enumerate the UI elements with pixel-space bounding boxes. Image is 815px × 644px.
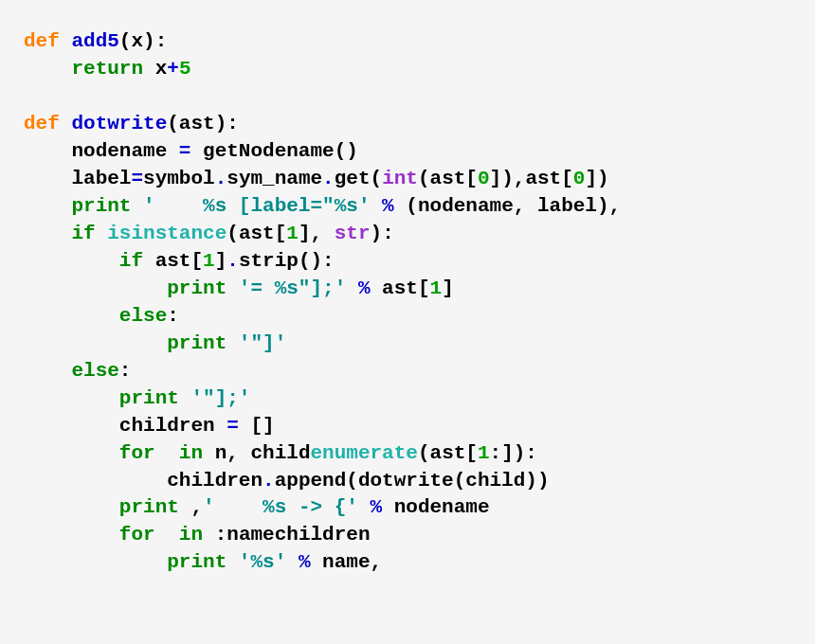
- code-token: 1: [203, 250, 215, 272]
- code-token: ast[: [143, 250, 203, 272]
- code-token: ]),ast[: [490, 168, 573, 189]
- code-token: [155, 524, 179, 546]
- code-token: def: [24, 113, 60, 134]
- code-line: else:: [24, 303, 791, 331]
- code-token: in: [179, 442, 203, 464]
- code-line: for in :namechildren: [24, 522, 791, 549]
- code-token: [286, 551, 299, 573]
- code-token: sym_name: [226, 168, 322, 189]
- code-token: if: [119, 250, 143, 272]
- code-line: for in n, childenumerate(ast[1:]):: [24, 440, 791, 468]
- code-line: children.append(dotwrite(child)): [24, 468, 791, 495]
- code-token: (ast[: [418, 168, 478, 189]
- code-token: %: [299, 551, 311, 573]
- code-token: else: [71, 360, 118, 382]
- code-token: :: [155, 30, 168, 52]
- code-token: print: [71, 195, 131, 217]
- code-token: for: [119, 524, 155, 546]
- code-line: [24, 83, 791, 111]
- code-token: [131, 195, 143, 217]
- code-token: [96, 223, 108, 244]
- code-token: [346, 277, 358, 299]
- code-line: else:: [24, 358, 791, 385]
- code-token: :]):: [490, 442, 537, 464]
- code-token: =: [179, 140, 191, 162]
- code-line: def dotwrite(ast):: [24, 111, 791, 138]
- code-token: [179, 387, 191, 409]
- code-token: 1: [430, 277, 443, 299]
- code-token: for: [119, 442, 155, 464]
- code-token: [358, 496, 371, 518]
- code-token: (nodename, label),: [394, 195, 621, 217]
- code-token: nodename: [382, 496, 489, 518]
- code-token: name,: [311, 551, 383, 573]
- code-token: x: [143, 58, 167, 80]
- code-token: 1: [478, 442, 490, 464]
- code-token: in: [179, 524, 203, 546]
- code-token: :namechildren: [203, 524, 370, 546]
- code-token: nodename: [71, 140, 178, 162]
- code-token: ],: [299, 223, 335, 244]
- code-token: ):: [371, 223, 394, 244]
- code-token: 0: [478, 168, 490, 189]
- code-snippet: def add5(x): return x+5 def dotwrite(ast…: [24, 28, 791, 577]
- code-token: dotwrite: [71, 113, 167, 134]
- code-token: ,: [179, 496, 203, 518]
- code-token: [60, 113, 72, 134]
- code-token: (: [119, 30, 132, 52]
- code-line: print '= %s"];' % ast[1]: [24, 276, 791, 303]
- code-line: print '"]': [24, 331, 791, 358]
- code-token: [226, 551, 239, 573]
- code-line: children = []: [24, 413, 791, 440]
- code-token: ]: [215, 250, 227, 272]
- code-token: [226, 277, 239, 299]
- code-line: label=symbol.sym_name.get(int(ast[0]),as…: [24, 166, 791, 193]
- code-token: 0: [573, 168, 586, 189]
- code-token: ast[: [371, 277, 430, 299]
- code-token: enumerate: [311, 442, 418, 464]
- code-token: add5: [71, 30, 118, 52]
- code-token: .: [226, 250, 239, 272]
- code-token: children: [167, 470, 263, 492]
- code-token: 1: [286, 223, 299, 244]
- code-token: isinstance: [107, 223, 226, 244]
- code-token: =: [226, 415, 239, 437]
- code-token: =: [131, 168, 143, 189]
- code-token: [226, 332, 239, 354]
- code-token: +: [167, 58, 179, 80]
- code-token: print: [167, 277, 226, 299]
- code-token: 5: [179, 58, 191, 80]
- code-token: children: [119, 415, 226, 437]
- code-token: int: [382, 168, 418, 189]
- code-token: print: [167, 551, 226, 573]
- code-token: [155, 442, 179, 464]
- code-token: ' %s [label="%s': [143, 195, 370, 217]
- code-token: :: [119, 360, 132, 382]
- code-token: '= %s"];': [239, 277, 346, 299]
- code-line: nodename = getNodename(): [24, 138, 791, 166]
- code-line: def add5(x):: [24, 28, 791, 56]
- code-token: getNodename(): [190, 140, 357, 162]
- code-token: %: [358, 277, 371, 299]
- code-token: if: [71, 223, 95, 244]
- code-token: [60, 30, 72, 52]
- code-token: print: [167, 332, 226, 354]
- code-token: print: [119, 387, 179, 409]
- code-token: def: [24, 30, 60, 52]
- code-token: ' %s -> {': [203, 496, 358, 518]
- code-token: .: [215, 168, 227, 189]
- code-token: print: [119, 496, 179, 518]
- code-token: label: [71, 168, 131, 189]
- code-token: n, child: [203, 442, 310, 464]
- code-token: '"]': [239, 332, 286, 354]
- code-token: %: [371, 496, 383, 518]
- code-token: symbol: [143, 168, 215, 189]
- code-token: (ast[: [418, 442, 478, 464]
- code-token: else: [119, 305, 167, 327]
- code-token: .: [322, 168, 335, 189]
- code-token: [371, 195, 383, 217]
- code-line: print '%s' % name,: [24, 549, 791, 577]
- code-line: if isinstance(ast[1], str):: [24, 221, 791, 248]
- code-token: return: [71, 58, 143, 80]
- code-token: x: [131, 30, 143, 52]
